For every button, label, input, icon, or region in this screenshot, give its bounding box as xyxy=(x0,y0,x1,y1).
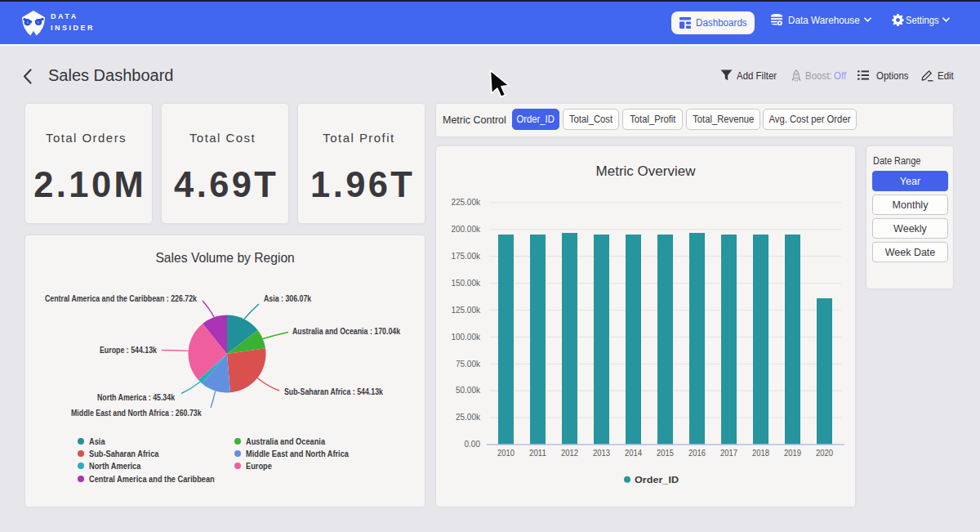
svg-text:2014: 2014 xyxy=(625,448,642,458)
svg-text:50.00k: 50.00k xyxy=(456,386,481,395)
svg-text:2013: 2013 xyxy=(593,448,610,458)
svg-text:2016: 2016 xyxy=(688,448,706,458)
svg-text:200.00k: 200.00k xyxy=(451,225,481,234)
svg-text:150.00k: 150.00k xyxy=(451,279,481,288)
svg-text:175.00k: 175.00k xyxy=(451,252,481,261)
svg-text:0.00: 0.00 xyxy=(465,440,481,449)
svg-text:125.00k: 125.00k xyxy=(451,306,481,315)
svg-text:100.00k: 100.00k xyxy=(451,333,481,342)
svg-text:Order_ID: Order_ID xyxy=(635,475,679,485)
svg-text:2015: 2015 xyxy=(657,448,674,458)
svg-text:2019: 2019 xyxy=(784,448,801,458)
svg-text:2020: 2020 xyxy=(816,448,833,458)
svg-text:75.00k: 75.00k xyxy=(456,360,481,369)
svg-text:2018: 2018 xyxy=(752,448,769,458)
svg-text:2010: 2010 xyxy=(497,448,514,458)
svg-text:2017: 2017 xyxy=(720,448,737,458)
svg-text:225.00k: 225.00k xyxy=(451,198,481,207)
svg-text:2011: 2011 xyxy=(529,448,546,458)
svg-text:25.00k: 25.00k xyxy=(456,413,481,422)
svg-text:2012: 2012 xyxy=(561,448,578,458)
